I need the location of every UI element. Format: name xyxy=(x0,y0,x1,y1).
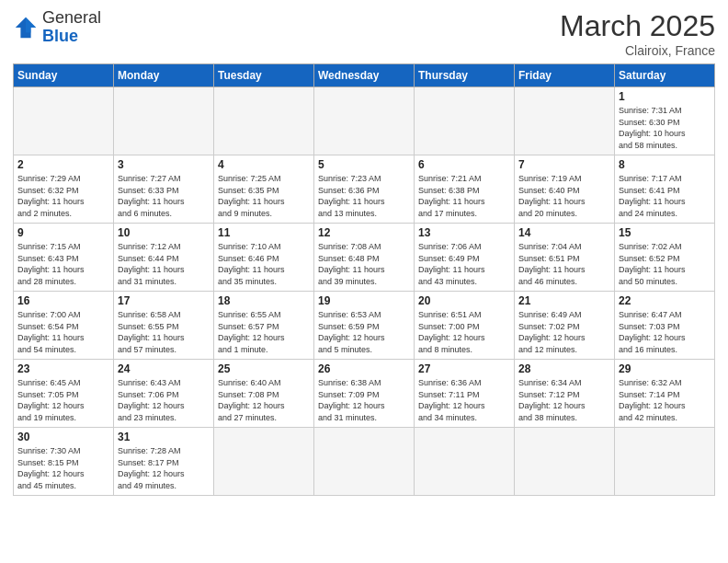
day-number: 24 xyxy=(118,362,210,375)
day-number: 4 xyxy=(218,158,310,171)
calendar-cell: 25Sunrise: 6:40 AM Sunset: 7:08 PM Dayli… xyxy=(214,360,314,428)
week-row-2: 9Sunrise: 7:15 AM Sunset: 6:43 PM Daylig… xyxy=(14,224,715,292)
day-info: Sunrise: 7:23 AM Sunset: 6:36 PM Dayligh… xyxy=(318,173,410,219)
day-info: Sunrise: 6:34 AM Sunset: 7:12 PM Dayligh… xyxy=(518,377,610,423)
calendar-cell xyxy=(515,428,615,496)
calendar-cell: 22Sunrise: 6:47 AM Sunset: 7:03 PM Dayli… xyxy=(615,292,715,360)
calendar-cell: 19Sunrise: 6:53 AM Sunset: 6:59 PM Dayli… xyxy=(314,292,415,360)
day-info: Sunrise: 6:58 AM Sunset: 6:55 PM Dayligh… xyxy=(118,309,210,355)
calendar-cell: 29Sunrise: 6:32 AM Sunset: 7:14 PM Dayli… xyxy=(615,360,715,428)
calendar-cell: 11Sunrise: 7:10 AM Sunset: 6:46 PM Dayli… xyxy=(214,224,314,292)
day-info: Sunrise: 6:38 AM Sunset: 7:09 PM Dayligh… xyxy=(318,377,410,423)
calendar-cell xyxy=(14,87,114,155)
day-number: 15 xyxy=(619,226,711,239)
calendar-cell: 9Sunrise: 7:15 AM Sunset: 6:43 PM Daylig… xyxy=(14,224,114,292)
day-info: Sunrise: 7:17 AM Sunset: 6:41 PM Dayligh… xyxy=(619,173,711,219)
day-info: Sunrise: 7:21 AM Sunset: 6:38 PM Dayligh… xyxy=(418,173,510,219)
day-number: 28 xyxy=(518,362,610,375)
day-number: 3 xyxy=(118,158,210,171)
location-title: Clairoix, France xyxy=(560,43,715,58)
week-row-4: 23Sunrise: 6:45 AM Sunset: 7:05 PM Dayli… xyxy=(14,360,715,428)
calendar-page: General Blue March 2025 Clairoix, France… xyxy=(0,0,728,505)
day-number: 27 xyxy=(418,362,510,375)
calendar-cell: 14Sunrise: 7:04 AM Sunset: 6:51 PM Dayli… xyxy=(515,224,615,292)
day-number: 10 xyxy=(118,226,210,239)
day-number: 5 xyxy=(318,158,410,171)
day-info: Sunrise: 6:36 AM Sunset: 7:11 PM Dayligh… xyxy=(418,377,510,423)
day-info: Sunrise: 6:32 AM Sunset: 7:14 PM Dayligh… xyxy=(619,377,711,423)
week-row-1: 2Sunrise: 7:29 AM Sunset: 6:32 PM Daylig… xyxy=(14,155,715,224)
day-number: 7 xyxy=(518,158,610,171)
day-number: 8 xyxy=(619,158,711,171)
day-number: 25 xyxy=(218,362,310,375)
calendar-cell xyxy=(314,87,415,155)
logo: General Blue xyxy=(13,9,101,46)
day-number: 31 xyxy=(118,431,210,443)
day-number: 23 xyxy=(17,362,109,375)
calendar-cell xyxy=(415,428,515,496)
calendar-cell: 17Sunrise: 6:58 AM Sunset: 6:55 PM Dayli… xyxy=(114,292,214,360)
day-info: Sunrise: 7:06 AM Sunset: 6:49 PM Dayligh… xyxy=(418,241,510,287)
calendar-cell: 7Sunrise: 7:19 AM Sunset: 6:40 PM Daylig… xyxy=(515,155,615,224)
day-number: 18 xyxy=(218,294,310,307)
calendar-cell: 6Sunrise: 7:21 AM Sunset: 6:38 PM Daylig… xyxy=(415,155,515,224)
day-number: 16 xyxy=(17,294,109,307)
day-info: Sunrise: 6:53 AM Sunset: 6:59 PM Dayligh… xyxy=(318,309,410,355)
calendar-cell: 20Sunrise: 6:51 AM Sunset: 7:00 PM Dayli… xyxy=(415,292,515,360)
week-row-5: 30Sunrise: 7:30 AM Sunset: 8:15 PM Dayli… xyxy=(14,428,715,496)
day-number: 6 xyxy=(418,158,510,171)
day-info: Sunrise: 7:02 AM Sunset: 6:52 PM Dayligh… xyxy=(619,241,711,287)
week-row-0: 1Sunrise: 7:31 AM Sunset: 6:30 PM Daylig… xyxy=(14,87,715,155)
day-info: Sunrise: 7:30 AM Sunset: 8:15 PM Dayligh… xyxy=(17,445,109,491)
calendar-cell: 16Sunrise: 7:00 AM Sunset: 6:54 PM Dayli… xyxy=(14,292,114,360)
logo-icon xyxy=(13,15,39,40)
weekday-header-friday: Friday xyxy=(515,64,615,87)
calendar-cell xyxy=(314,428,415,496)
day-info: Sunrise: 6:43 AM Sunset: 7:06 PM Dayligh… xyxy=(118,377,210,423)
day-number: 26 xyxy=(318,362,410,375)
calendar-cell xyxy=(415,87,515,155)
calendar-cell xyxy=(615,428,715,496)
logo-general: General xyxy=(42,8,101,27)
calendar-cell: 28Sunrise: 6:34 AM Sunset: 7:12 PM Dayli… xyxy=(515,360,615,428)
day-number: 17 xyxy=(118,294,210,307)
day-info: Sunrise: 7:29 AM Sunset: 6:32 PM Dayligh… xyxy=(17,173,109,219)
calendar-cell: 23Sunrise: 6:45 AM Sunset: 7:05 PM Dayli… xyxy=(14,360,114,428)
calendar-cell: 27Sunrise: 6:36 AM Sunset: 7:11 PM Dayli… xyxy=(415,360,515,428)
calendar-table: SundayMondayTuesdayWednesdayThursdayFrid… xyxy=(13,63,715,496)
day-info: Sunrise: 7:31 AM Sunset: 6:30 PM Dayligh… xyxy=(619,105,711,151)
day-info: Sunrise: 7:15 AM Sunset: 6:43 PM Dayligh… xyxy=(17,241,109,287)
calendar-cell: 8Sunrise: 7:17 AM Sunset: 6:41 PM Daylig… xyxy=(615,155,715,224)
day-info: Sunrise: 6:47 AM Sunset: 7:03 PM Dayligh… xyxy=(619,309,711,355)
day-info: Sunrise: 6:51 AM Sunset: 7:00 PM Dayligh… xyxy=(418,309,510,355)
day-number: 30 xyxy=(17,431,109,443)
day-info: Sunrise: 7:28 AM Sunset: 8:17 PM Dayligh… xyxy=(118,445,210,491)
day-info: Sunrise: 6:55 AM Sunset: 6:57 PM Dayligh… xyxy=(218,309,310,355)
day-number: 13 xyxy=(418,226,510,239)
day-info: Sunrise: 6:40 AM Sunset: 7:08 PM Dayligh… xyxy=(218,377,310,423)
calendar-cell: 4Sunrise: 7:25 AM Sunset: 6:35 PM Daylig… xyxy=(214,155,314,224)
day-number: 9 xyxy=(17,226,109,239)
weekday-header-saturday: Saturday xyxy=(615,64,715,87)
day-info: Sunrise: 6:49 AM Sunset: 7:02 PM Dayligh… xyxy=(518,309,610,355)
day-number: 1 xyxy=(619,90,711,103)
weekday-header-thursday: Thursday xyxy=(415,64,515,87)
day-number: 11 xyxy=(218,226,310,239)
day-number: 12 xyxy=(318,226,410,239)
calendar-cell: 26Sunrise: 6:38 AM Sunset: 7:09 PM Dayli… xyxy=(314,360,415,428)
weekday-header-tuesday: Tuesday xyxy=(214,64,314,87)
day-number: 2 xyxy=(17,158,109,171)
day-info: Sunrise: 7:19 AM Sunset: 6:40 PM Dayligh… xyxy=(518,173,610,219)
weekday-header-wednesday: Wednesday xyxy=(314,64,415,87)
calendar-cell xyxy=(214,87,314,155)
day-number: 19 xyxy=(318,294,410,307)
day-info: Sunrise: 7:04 AM Sunset: 6:51 PM Dayligh… xyxy=(518,241,610,287)
day-info: Sunrise: 7:08 AM Sunset: 6:48 PM Dayligh… xyxy=(318,241,410,287)
day-number: 22 xyxy=(619,294,711,307)
calendar-cell: 13Sunrise: 7:06 AM Sunset: 6:49 PM Dayli… xyxy=(415,224,515,292)
calendar-cell: 24Sunrise: 6:43 AM Sunset: 7:06 PM Dayli… xyxy=(114,360,214,428)
svg-marker-1 xyxy=(26,17,36,33)
calendar-cell: 3Sunrise: 7:27 AM Sunset: 6:33 PM Daylig… xyxy=(114,155,214,224)
calendar-cell: 30Sunrise: 7:30 AM Sunset: 8:15 PM Dayli… xyxy=(14,428,114,496)
day-info: Sunrise: 7:12 AM Sunset: 6:44 PM Dayligh… xyxy=(118,241,210,287)
